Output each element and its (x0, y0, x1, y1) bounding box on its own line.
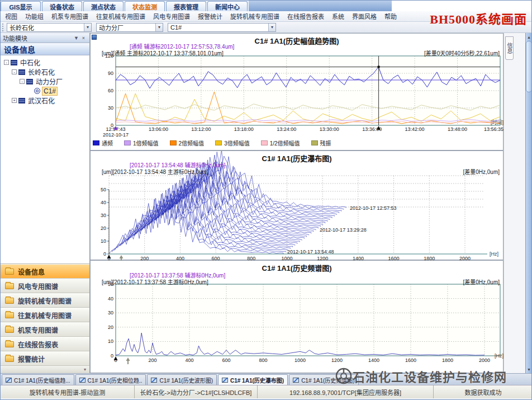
menu-view[interactable]: 视图 (5, 12, 17, 21)
tab-gis[interactable]: GIS显示 (1, 1, 41, 11)
tree-expander[interactable]: - (20, 79, 25, 84)
svg-text:0: 0 (111, 353, 113, 359)
menu-function-group[interactable]: 功能组 (25, 12, 44, 21)
menu-pump-charts[interactable]: 机泵专用图谱 (51, 12, 88, 21)
svg-text:10: 10 (108, 338, 113, 344)
nav-device-info[interactable]: 设备信息 (1, 264, 89, 279)
tree-expander (27, 88, 32, 93)
tree-node-sinopec[interactable]: - 中石化 (3, 58, 89, 67)
svg-text:1400: 1400 (368, 357, 379, 363)
tab-news-center[interactable]: 新闻中心 (207, 1, 248, 11)
scroll-down-icon[interactable]: ▼ (526, 366, 532, 373)
svg-text:1200: 1200 (317, 256, 328, 261)
legend-swatch (261, 140, 268, 145)
tab-device-status[interactable]: 设备状态 (42, 1, 82, 11)
info-side-tab-label: 信息 (505, 43, 514, 54)
svg-text:13:48:00: 13:48:00 (448, 126, 467, 132)
nav-recip-charts[interactable]: 往复机械专用图谱 (1, 308, 89, 322)
status-current-module: 旋转机械专用图谱-振动监测 (1, 385, 135, 398)
doc-tab-waterfall[interactable]: C1# 1A1(历史瀑布图) (218, 374, 288, 385)
menu-wind-charts[interactable]: 风电专用图谱 (153, 12, 190, 21)
pin-icon[interactable]: ▼ (73, 34, 80, 41)
tree-expander[interactable]: + (12, 98, 17, 103)
nav-rotating-charts[interactable]: 旋转机械专用图谱 (1, 293, 89, 308)
legend-label: 3倍频幅值 (224, 139, 250, 147)
tree-node-changling[interactable]: - 长岭石化 (3, 67, 89, 77)
svg-text:30: 30 (101, 213, 106, 218)
waterfall-chart-panel: C1# 1A1(历史瀑布图) [2012-10-17 13:54:48 辅游标0… (90, 150, 504, 260)
menu-online-reports[interactable]: 在线报告报表 (287, 12, 324, 21)
tree-node-wuhan[interactable]: + 武汉石化 (3, 96, 89, 105)
trend-legend: 通频 1倍频幅值 2倍频幅值 3倍频幅值 1/2倍频幅值 残振 (93, 139, 331, 147)
close-icon[interactable]: × (80, 34, 87, 41)
doc-tab-phase-trend[interactable]: C1# 1A1(历史相位趋.. (75, 374, 146, 385)
tab-report-mgmt[interactable]: 报表管理 (166, 1, 206, 11)
doc-tab-label: C1# 1A1(历史波形图) (159, 376, 213, 384)
company-select[interactable]: 长岭石化 ▾ (7, 23, 92, 32)
chevron-down-icon[interactable]: ▾ (84, 23, 91, 31)
toolbar-grip[interactable] (2, 23, 5, 31)
nav-online-reports[interactable]: 在线报告报表 (1, 337, 89, 351)
status-bar: 旋转机械专用图谱-振动监测 长岭石化->动力分厂->C1#[CLSHDLCFB]… (1, 385, 532, 398)
spectrum-chart-panel: C1# 1A1(历史频谱图) [2012-10-17 13:37:58 辅游标0… (90, 260, 504, 373)
svg-text:[Hz]: [Hz] (490, 251, 498, 257)
tree-node-power-plant[interactable]: - 动力分厂 (3, 77, 89, 86)
tab-condition-monitor[interactable]: 状态监测 (125, 1, 165, 11)
svg-text:2012-10-17: 2012-10-17 (103, 132, 129, 138)
nav-alarm-stats[interactable]: 报警统计 (1, 351, 89, 366)
tree-node-label: 中石化 (19, 58, 41, 67)
menu-rotating-charts[interactable]: 旋转机械专用图谱 (230, 12, 279, 21)
nav-label: 往复机械专用图谱 (18, 310, 72, 320)
folder-icon (5, 341, 14, 347)
folder-icon (5, 298, 14, 304)
chevron-down-icon[interactable]: ▾ (268, 23, 276, 31)
svg-text:1600: 1600 (405, 357, 416, 363)
svg-text:2000: 2000 (479, 357, 490, 363)
chart-grid-icon[interactable] (92, 35, 97, 40)
doc-tab-spectrum[interactable]: C1# 1A1(历史频谱图) (289, 374, 359, 385)
factory-icon (18, 69, 25, 75)
info-side-tab[interactable]: 信息 (505, 36, 514, 60)
sidebar-collapse-row[interactable]: ▾ (1, 366, 89, 373)
legend-item: 通频 (93, 139, 113, 147)
tab-point-status[interactable]: 测点状态 (83, 1, 124, 11)
nav-label: 风电专用图谱 (18, 281, 58, 291)
tree-node-label: C1# (42, 87, 58, 96)
svg-text:13:06:00: 13:06:00 (149, 126, 168, 132)
doc-tab-amplitude-trend[interactable]: C1# 1A1(历史幅值趋... (2, 374, 74, 385)
menu-system[interactable]: 系统 (332, 12, 344, 21)
nav-pump-charts[interactable]: 机泵专用图谱 (1, 322, 89, 337)
plant-select[interactable]: 动力分厂 ▾ (96, 23, 163, 32)
menu-help[interactable]: 帮助 (384, 12, 397, 21)
svg-text:1400: 1400 (353, 256, 364, 261)
menu-recip-charts[interactable]: 往复机械专用图谱 (96, 12, 145, 21)
svg-text:13:30:00: 13:30:00 (320, 126, 339, 132)
vertical-scrollbar[interactable]: ▲ ▼ (525, 33, 532, 373)
chevron-down-icon[interactable]: ▾ (155, 23, 163, 31)
unit-select[interactable]: C1# ▾ (168, 23, 276, 32)
status-data-state: 数据获取成功 (434, 385, 532, 398)
menu-alarm-stats[interactable]: 报警统计 (198, 12, 222, 21)
svg-text:600: 600 (222, 357, 230, 363)
unit-select-value: C1# (170, 24, 182, 31)
doc-tab-label: C1# 1A1(历史瀑布图) (230, 376, 284, 384)
menu-ui-style[interactable]: 界面风格 (352, 12, 377, 21)
scroll-up-icon[interactable]: ▲ (526, 34, 532, 40)
tree-expander[interactable]: - (4, 60, 9, 65)
document-tab-bar: C1# 1A1(历史幅值趋... C1# 1A1(历史相位趋.. C1# 1A1… (1, 373, 532, 385)
svg-text:800: 800 (247, 256, 255, 261)
chart-tab-icon (6, 378, 12, 383)
tree-expander[interactable]: - (12, 69, 17, 74)
trend-chart-panel: C1# 1A1(历史幅值趋势图) [通频 辅游标2012-10-17 12:57… (90, 33, 504, 150)
scrollbar-thumb[interactable] (526, 41, 532, 92)
legend-swatch (311, 140, 318, 145)
machine-icon (34, 88, 40, 94)
nav-wind-charts[interactable]: 风电专用图谱 (1, 279, 89, 293)
svg-text:60: 60 (108, 88, 113, 93)
doc-tab-waveform[interactable]: C1# 1A1(历史波形图) (147, 374, 217, 385)
legend-swatch (170, 140, 177, 145)
tree-node-label: 武汉石化 (27, 96, 56, 105)
svg-text:13:56:35: 13:56:35 (484, 126, 504, 132)
svg-text:200: 200 (140, 256, 149, 261)
tree-node-c1[interactable]: C1# (3, 86, 89, 96)
